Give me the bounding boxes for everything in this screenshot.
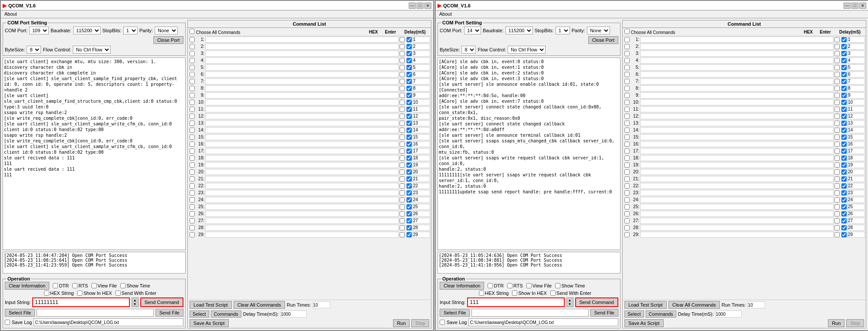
command-input[interactable] [640, 169, 834, 175]
row-checkbox[interactable] [624, 169, 630, 175]
command-input[interactable] [205, 113, 399, 119]
row-checkbox[interactable] [624, 86, 630, 91]
hex-checkbox[interactable] [834, 169, 840, 175]
delay-input[interactable] [848, 106, 865, 112]
row-checkbox[interactable] [624, 176, 630, 182]
hex-checkbox[interactable] [400, 107, 405, 112]
save-log-checkbox[interactable] [440, 320, 445, 325]
delay-input[interactable] [848, 169, 865, 175]
hex-checkbox[interactable] [400, 155, 405, 161]
command-input[interactable] [205, 37, 399, 43]
command-input[interactable] [640, 71, 834, 78]
choose-all-label[interactable]: Choose All Commands [190, 29, 241, 35]
delay-input[interactable] [848, 211, 865, 217]
view_file-checkbox-label[interactable]: View File [526, 283, 552, 288]
delay-input[interactable] [848, 155, 865, 161]
delay-input[interactable] [413, 106, 430, 112]
hex-checkbox[interactable] [834, 121, 840, 126]
byte-size-select[interactable]: 8 [27, 46, 41, 54]
rts-checkbox[interactable] [507, 283, 512, 288]
command-input[interactable] [205, 225, 399, 231]
enter-checkbox[interactable] [841, 169, 847, 175]
row-checkbox[interactable] [624, 107, 630, 112]
delay-input[interactable] [848, 183, 865, 189]
com-field-select[interactable]: 1 [123, 27, 138, 34]
enter-checkbox[interactable] [841, 135, 847, 140]
row-checkbox[interactable] [190, 58, 195, 63]
hex-checkbox[interactable] [834, 142, 840, 147]
send_with_enter-checkbox-label[interactable]: Send With Enter [115, 290, 156, 296]
command-input[interactable] [640, 218, 834, 224]
load-test-script-button[interactable]: Load Test Script [190, 301, 232, 309]
hex-checkbox[interactable] [834, 155, 840, 161]
row-checkbox[interactable] [190, 72, 195, 77]
row-checkbox[interactable] [190, 176, 195, 182]
enter-checkbox[interactable] [841, 162, 847, 168]
load-test-script-button[interactable]: Load Test Script [624, 301, 667, 309]
command-input[interactable] [640, 37, 834, 43]
enter-checkbox[interactable] [841, 155, 847, 161]
row-checkbox[interactable] [624, 232, 630, 237]
row-checkbox[interactable] [190, 149, 195, 154]
delay-input[interactable] [413, 197, 430, 203]
enter-checkbox[interactable] [841, 190, 847, 196]
enter-checkbox[interactable] [841, 218, 847, 223]
send-command-button[interactable]: Send Command [575, 297, 619, 307]
enter-checkbox[interactable] [841, 142, 847, 147]
enter-checkbox[interactable] [407, 121, 412, 126]
flow-control-select[interactable]: No Ctrl Flow [508, 46, 546, 54]
delay-input[interactable] [848, 99, 865, 105]
spinner-control[interactable]: ▲▼ [132, 297, 139, 307]
enter-checkbox[interactable] [407, 183, 412, 189]
enter-checkbox[interactable] [841, 58, 847, 63]
enter-checkbox[interactable] [407, 86, 412, 91]
com-field-select[interactable]: 115200 [505, 27, 533, 34]
delay-input[interactable] [848, 92, 865, 98]
delay-input[interactable] [848, 120, 865, 126]
show_in_hex-checkbox-label[interactable]: Show In HEX [512, 290, 546, 296]
menu-item[interactable]: About [3, 11, 19, 17]
row-checkbox[interactable] [190, 155, 195, 161]
delay-time-input[interactable] [281, 311, 307, 317]
delay-input[interactable] [848, 64, 865, 71]
enter-checkbox[interactable] [407, 218, 412, 223]
delay-input[interactable] [848, 85, 865, 91]
delay-input[interactable] [848, 37, 865, 43]
row-checkbox[interactable] [190, 86, 195, 91]
show_in_hex-checkbox[interactable] [512, 290, 517, 296]
enter-checkbox[interactable] [841, 128, 847, 133]
hex-checkbox[interactable] [834, 107, 840, 112]
stop-button[interactable]: Stop [411, 319, 429, 327]
delay-input[interactable] [413, 169, 430, 175]
delay-input[interactable] [413, 44, 430, 50]
command-input[interactable] [205, 176, 399, 182]
row-checkbox[interactable] [624, 79, 630, 84]
command-input[interactable] [205, 127, 399, 133]
enter-checkbox[interactable] [407, 162, 412, 168]
row-checkbox[interactable] [624, 225, 630, 230]
show_time-checkbox[interactable] [120, 283, 125, 288]
log-path-input[interactable] [468, 318, 618, 326]
maximize-button[interactable]: □ [417, 3, 424, 9]
row-checkbox[interactable] [190, 142, 195, 147]
com-field-select[interactable]: 1 [556, 27, 570, 34]
command-input[interactable] [640, 162, 834, 168]
row-checkbox[interactable] [624, 44, 630, 49]
hex_string-checkbox-label[interactable]: HEX String [479, 290, 509, 296]
delay-input[interactable] [413, 51, 430, 57]
command-input[interactable] [205, 51, 399, 57]
hex-checkbox[interactable] [400, 100, 405, 105]
rts-checkbox[interactable] [72, 283, 78, 288]
com-field-select[interactable]: None [155, 27, 178, 34]
row-checkbox[interactable] [624, 149, 630, 154]
row-checkbox[interactable] [624, 128, 630, 133]
enter-checkbox[interactable] [841, 183, 847, 189]
hex-checkbox[interactable] [834, 86, 840, 91]
row-checkbox[interactable] [190, 225, 195, 230]
delay-input[interactable] [413, 232, 430, 238]
enter-checkbox[interactable] [407, 107, 412, 112]
delay-input[interactable] [848, 57, 865, 64]
send_with_enter-checkbox[interactable] [115, 290, 121, 296]
hex-checkbox[interactable] [834, 114, 840, 119]
enter-checkbox[interactable] [407, 142, 412, 147]
